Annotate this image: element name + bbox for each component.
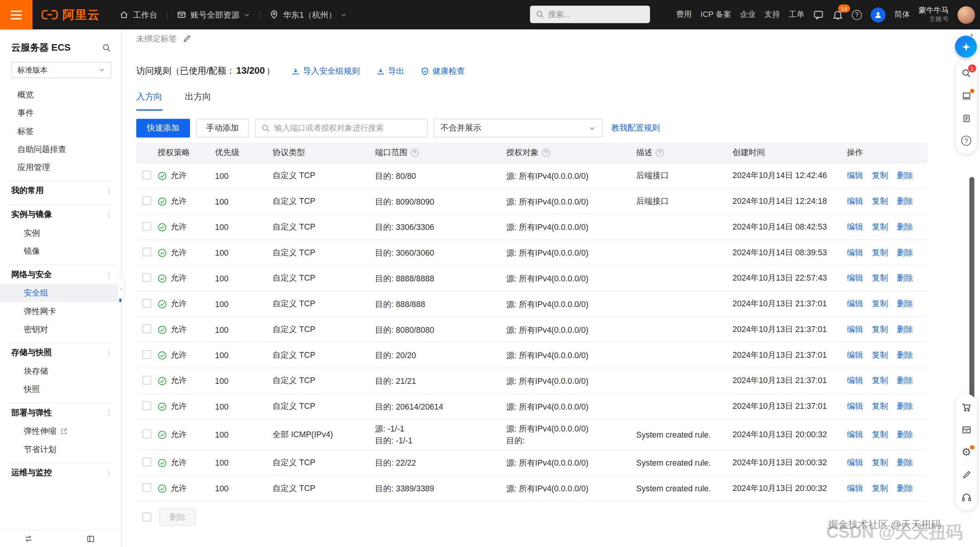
export-link[interactable]: 导出 xyxy=(376,65,404,76)
user-avatar[interactable] xyxy=(957,6,975,23)
health-check-link[interactable]: 健康检查 xyxy=(421,65,465,76)
row-action-edit[interactable]: 编辑 xyxy=(847,483,863,494)
row-action-edit[interactable]: 编辑 xyxy=(847,349,863,360)
help-icon[interactable]: ? xyxy=(852,10,862,20)
sidebar-section[interactable]: 部署与弹性⋮ xyxy=(0,403,121,422)
more-icon[interactable]: ⋮ xyxy=(105,468,113,477)
row-action-delete[interactable]: 删除 xyxy=(897,401,913,412)
row-checkbox[interactable] xyxy=(142,350,151,359)
float-search-icon[interactable]: 1 xyxy=(960,68,972,79)
row-action-delete[interactable]: 删除 xyxy=(897,457,913,468)
more-icon[interactable]: ⋮ xyxy=(105,210,113,219)
topbar-link[interactable]: 支持 xyxy=(764,9,780,20)
hamburger-menu-button[interactable] xyxy=(0,0,33,30)
sidebar-item[interactable]: 块存储 xyxy=(0,362,121,380)
row-action-edit[interactable]: 编辑 xyxy=(847,457,863,468)
manual-add-button[interactable]: 手动添加 xyxy=(196,119,249,137)
footer-checkbox[interactable] xyxy=(142,513,151,522)
float-help-icon[interactable]: ? xyxy=(960,135,972,146)
tab-outbound[interactable]: 出方向 xyxy=(185,91,211,111)
row-action-edit[interactable]: 编辑 xyxy=(847,324,863,335)
laptop-icon[interactable] xyxy=(960,90,972,101)
sidebar-item[interactable]: 概览 xyxy=(0,86,121,104)
topbar-link[interactable]: 企业 xyxy=(740,9,756,20)
row-action-copy[interactable]: 复制 xyxy=(872,298,888,309)
sidebar-item[interactable]: 快照 xyxy=(0,380,121,398)
assistant-fab-icon[interactable] xyxy=(955,36,977,58)
account-info[interactable]: 蒙牛牛马 主账号 xyxy=(919,6,949,23)
row-action-copy[interactable]: 复制 xyxy=(872,375,888,386)
row-action-edit[interactable]: 编辑 xyxy=(847,298,863,309)
version-select[interactable]: 标准版本 xyxy=(11,62,111,78)
sidebar-item[interactable]: 自助问题排查 xyxy=(0,140,121,158)
topbar-link[interactable]: 工单 xyxy=(789,9,805,20)
row-action-delete[interactable]: 删除 xyxy=(897,324,913,335)
row-action-edit[interactable]: 编辑 xyxy=(847,375,863,386)
row-checkbox[interactable] xyxy=(142,401,151,410)
sidebar-section[interactable]: 运维与监控⋮ xyxy=(0,463,121,482)
row-action-edit[interactable]: 编辑 xyxy=(847,170,863,181)
config-guide-link[interactable]: 教我配置规则 xyxy=(611,122,660,134)
row-action-copy[interactable]: 复制 xyxy=(872,324,888,335)
row-action-delete[interactable]: 删除 xyxy=(897,375,913,386)
sidebar-section[interactable]: 我的常用⋮ xyxy=(0,181,121,200)
notification-bell-icon[interactable]: 14 xyxy=(833,9,843,20)
display-mode-select[interactable]: 不合并展示 xyxy=(434,119,602,137)
row-action-delete[interactable]: 删除 xyxy=(897,273,913,284)
quick-add-button[interactable]: 快速添加 xyxy=(136,119,190,137)
cart-icon[interactable] xyxy=(960,402,972,413)
topbar-link[interactable]: 费用 xyxy=(676,9,692,20)
more-icon[interactable]: ⋮ xyxy=(105,408,113,417)
gear-icon[interactable]: ⚙ xyxy=(960,446,972,458)
row-action-delete[interactable]: 删除 xyxy=(897,247,913,258)
sidebar-item[interactable]: 节省计划 xyxy=(0,440,121,458)
edit-tag-icon[interactable] xyxy=(183,35,191,43)
app-avatar-icon[interactable] xyxy=(871,7,886,22)
row-action-edit[interactable]: 编辑 xyxy=(847,401,863,412)
sidebar-item[interactable]: 应用管理 xyxy=(0,158,121,176)
sidebar-item-selected[interactable]: 安全组 xyxy=(0,284,121,302)
more-icon[interactable]: ⋮ xyxy=(105,186,113,195)
row-checkbox[interactable] xyxy=(142,299,151,307)
column-help-icon[interactable]: ? xyxy=(656,149,664,157)
sidebar-collapse-handle[interactable]: ‹ xyxy=(118,278,125,299)
sidebar-item[interactable]: 弹性伸缩 xyxy=(0,422,121,440)
row-action-delete[interactable]: 删除 xyxy=(897,170,913,181)
message-icon[interactable] xyxy=(813,9,824,20)
row-checkbox[interactable] xyxy=(142,247,151,256)
row-checkbox[interactable] xyxy=(142,429,151,438)
row-action-delete[interactable]: 删除 xyxy=(897,221,913,233)
row-checkbox[interactable] xyxy=(142,196,151,205)
sidebar-section[interactable]: 存储与快照⋮ xyxy=(0,343,121,362)
column-help-icon[interactable]: ? xyxy=(411,149,419,157)
row-action-copy[interactable]: 复制 xyxy=(872,429,888,440)
nav-workbench[interactable]: 工作台 xyxy=(110,0,167,30)
sidebar-item[interactable]: 实例 xyxy=(0,224,121,242)
import-rules-link[interactable]: 导入安全组规则 xyxy=(291,65,360,76)
row-action-edit[interactable]: 编辑 xyxy=(847,429,863,440)
tab-inbound[interactable]: 入方向 xyxy=(136,91,162,111)
language-toggle[interactable]: 简体 xyxy=(894,9,910,20)
row-action-delete[interactable]: 删除 xyxy=(897,298,913,309)
rules-search[interactable] xyxy=(255,119,428,137)
row-action-copy[interactable]: 复制 xyxy=(872,170,888,181)
global-search-input[interactable] xyxy=(548,10,644,19)
row-checkbox[interactable] xyxy=(142,273,151,282)
topbar-link[interactable]: ICP 备案 xyxy=(701,9,731,20)
row-action-edit[interactable]: 编辑 xyxy=(847,196,863,207)
row-action-copy[interactable]: 复制 xyxy=(872,457,888,468)
pencil-icon[interactable] xyxy=(960,469,972,480)
row-checkbox[interactable] xyxy=(142,221,151,230)
sidebar-item[interactable]: 镜像 xyxy=(0,242,121,260)
row-action-copy[interactable]: 复制 xyxy=(872,196,888,207)
row-action-edit[interactable]: 编辑 xyxy=(847,221,863,233)
row-action-copy[interactable]: 复制 xyxy=(872,247,888,258)
sidebar-item[interactable]: 弹性网卡 xyxy=(0,302,121,320)
row-action-edit[interactable]: 编辑 xyxy=(847,273,863,284)
row-action-copy[interactable]: 复制 xyxy=(872,401,888,412)
panel-layout-icon[interactable] xyxy=(85,533,96,544)
nav-region-selector[interactable]: 华东1（杭州） xyxy=(260,0,356,30)
row-checkbox[interactable] xyxy=(142,483,151,492)
sidebar-section[interactable]: 实例与镜像⋮ xyxy=(0,205,121,224)
row-action-delete[interactable]: 删除 xyxy=(897,483,913,494)
